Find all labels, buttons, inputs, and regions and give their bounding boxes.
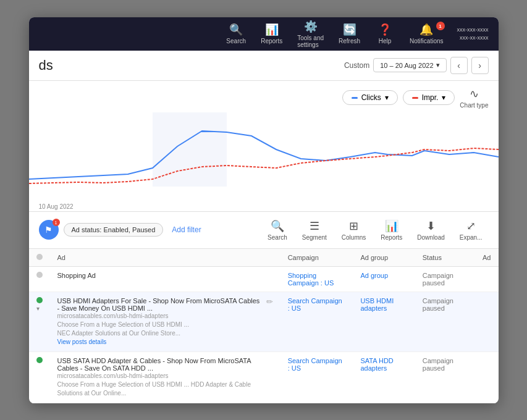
filter-icon: ⚑ [44, 225, 53, 235]
row3-dot-cell [29, 351, 50, 403]
impr-label: Impr. [422, 93, 439, 102]
nav-notifications-label: Notifications [410, 38, 443, 44]
row3-ad-detail: microsatacables.com/usb-hdmi-adaptersCho… [57, 372, 273, 398]
table-header-row: Ad Campaign Ad group Status Ad [29, 249, 499, 267]
segment-label: Segment [302, 234, 327, 241]
columns-action-button[interactable]: ⊞ Columns [335, 217, 372, 243]
columns-label: Columns [342, 234, 366, 241]
download-action-button[interactable]: ⬇ Download [411, 217, 450, 243]
search-action-label: Search [268, 234, 287, 241]
reports-action-label: Reports [381, 234, 402, 241]
row1-dot-cell [29, 266, 50, 292]
search-action-icon: 🔍 [271, 219, 284, 233]
date-range-text: 10 – 20 Aug 2022 [380, 62, 433, 69]
row2-ad-name: USB HDMI Adapters For Sale - Shop Now Fr… [57, 297, 264, 312]
clicks-metric-button[interactable]: Clicks ▾ [342, 90, 398, 105]
segment-action-button[interactable]: ☰ Segment [296, 217, 333, 243]
row1-campaign-link[interactable]: Shopping Campaign : US [288, 272, 334, 287]
expand-arrow-icon[interactable]: ▾ [36, 305, 40, 312]
expand-icon: ⤢ [466, 219, 476, 233]
row1-status-text: Campaign paused [423, 272, 453, 287]
row3-adgroup-cell: SATA HDD adapters [353, 351, 415, 403]
row3-ad-cell: USB SATA HDD Adapter & Cables - Shop Now… [50, 351, 280, 403]
edit-icon[interactable]: ✏ [266, 297, 273, 306]
date-controls: Custom 10 – 20 Aug 2022 ▾ ‹ › [344, 57, 489, 74]
impr-chevron-icon: ▾ [442, 93, 445, 102]
status-dot-green [36, 297, 43, 303]
row2-campaign-link[interactable]: Search Campaign : US [288, 297, 342, 312]
nav-tools-label: Tools andsettings [297, 35, 324, 48]
reports-action-button[interactable]: 📊 Reports [374, 217, 408, 243]
nav-notifications[interactable]: 🔔 Notifications 1 [403, 19, 449, 48]
row2-extra-cell [475, 292, 499, 351]
col-ad[interactable]: Ad [50, 249, 280, 267]
row3-extra-cell [475, 351, 499, 403]
row2-ad-cell: USB HDMI Adapters For Sale - Shop Now Fr… [50, 292, 280, 351]
add-filter-button[interactable]: Add filter [168, 223, 204, 237]
tools-icon: ⚙️ [304, 20, 318, 33]
row1-ad-cell: Shopping Ad [50, 266, 280, 292]
line-chart [29, 112, 499, 199]
impr-line-indicator [412, 97, 418, 99]
download-icon: ⬇ [426, 219, 436, 233]
chart-type-icon: ∿ [470, 87, 479, 101]
expand-action-button[interactable]: ⤢ Expan... [453, 217, 489, 243]
nav-help[interactable]: ❓ Help [369, 19, 401, 48]
nav-reports[interactable]: 📊 Reports [255, 19, 289, 48]
col-adgroup[interactable]: Ad group [353, 249, 415, 267]
row3-campaign-cell: Search Campaign : US [280, 351, 353, 403]
row2-campaign-cell: Search Campaign : US [280, 292, 353, 351]
account-info: xxx-xxx-xxxx xxx-xx-xxxx [457, 26, 489, 41]
row1-status-cell: Campaign paused [415, 266, 475, 292]
download-label: Download [417, 234, 444, 241]
impr-metric-button[interactable]: Impr. ▾ [403, 90, 455, 105]
table-row: Shopping Ad Shopping Campaign : US Ad gr… [29, 266, 499, 292]
search-action-button[interactable]: 🔍 Search [261, 217, 293, 243]
chart-date-label: 10 Aug 2022 [39, 203, 74, 210]
reports-action-icon: 📊 [385, 219, 398, 233]
row2-adgroup-link[interactable]: USB HDMI adapters [360, 297, 394, 312]
clicks-chevron-icon: ▾ [385, 93, 389, 102]
row1-adgroup-cell: Ad group [353, 266, 415, 292]
title-bar: ds Custom 10 – 20 Aug 2022 ▾ ‹ › [29, 51, 499, 81]
row1-ad-name: Shopping Ad [57, 272, 96, 279]
row2-view-details[interactable]: View posts details [57, 338, 107, 345]
row2-status-text: Campaign paused [423, 297, 453, 312]
row3-status-text: Campaign paused [423, 357, 453, 372]
next-date-button[interactable]: › [471, 57, 489, 74]
clicks-label: Clicks [361, 93, 381, 102]
row1-adgroup-link[interactable]: Ad group [360, 272, 388, 279]
row2-status-cell: Campaign paused [415, 292, 475, 351]
top-navigation: 🔍 Search 📊 Reports ⚙️ Tools andsettings … [29, 17, 499, 51]
nav-refresh[interactable]: 🔄 Refresh [332, 19, 366, 48]
nav-reports-label: Reports [261, 38, 282, 44]
chart-controls: Clicks ▾ Impr. ▾ ∿ Chart type [29, 81, 499, 112]
toolbar-actions: 🔍 Search ☰ Segment ⊞ Columns 📊 Reports ⬇… [261, 217, 488, 243]
main-window: 🔍 Search 📊 Reports ⚙️ Tools andsettings … [29, 17, 499, 403]
help-icon: ❓ [378, 23, 392, 36]
row3-campaign-link[interactable]: Search Campaign : US [288, 357, 342, 372]
row2-adgroup-cell: USB HDMI adapters [353, 292, 415, 351]
search-icon: 🔍 [229, 23, 243, 36]
row3-adgroup-link[interactable]: SATA HDD adapters [360, 357, 393, 372]
row1-campaign-cell: Shopping Campaign : US [280, 266, 353, 292]
col-campaign[interactable]: Campaign [280, 249, 353, 267]
notifications-icon: 🔔 [419, 23, 433, 36]
table-row: USB SATA HDD Adapter & Cables - Shop Now… [29, 351, 499, 403]
nav-tools[interactable]: ⚙️ Tools andsettings [291, 17, 330, 52]
col-extra[interactable]: Ad [475, 249, 499, 267]
prev-date-button[interactable]: ‹ [450, 57, 468, 74]
row2-ad-detail: microsatacables.com/usb-hdmi-adaptersCho… [57, 312, 264, 346]
date-range-button[interactable]: 10 – 20 Aug 2022 ▾ [373, 58, 446, 72]
col-select [29, 249, 50, 267]
chart-type-button[interactable]: ∿ Chart type [460, 87, 488, 109]
notification-badge: 1 [436, 22, 445, 30]
col-status[interactable]: Status [415, 249, 475, 267]
chart-type-label: Chart type [460, 102, 488, 109]
filter-button[interactable]: ⚑ 1 [39, 220, 59, 240]
date-label: Custom [344, 61, 369, 70]
row2-dot-cell: ▾ [29, 292, 50, 351]
data-table: Ad Campaign Ad group Status Ad Shopping … [29, 249, 499, 403]
nav-search[interactable]: 🔍 Search [220, 19, 252, 48]
status-dot-green-2 [36, 357, 43, 363]
